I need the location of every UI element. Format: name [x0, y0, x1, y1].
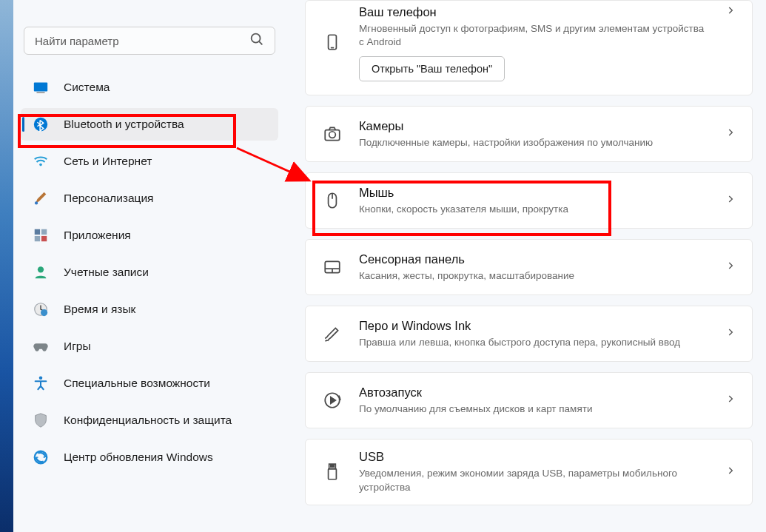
open-your-phone-button[interactable]: Открыть "Ваш телефон": [359, 56, 505, 81]
sidebar-item-label: Конфиденциальность и защита: [64, 414, 232, 427]
svg-line-1: [259, 41, 262, 44]
card-subtitle: Мгновенный доступ к фотографиям, SMS и д…: [359, 22, 709, 49]
sidebar-item-accessibility[interactable]: Специальные возможности: [21, 367, 278, 400]
search-input[interactable]: [24, 27, 275, 55]
sidebar-item-accounts[interactable]: Учетные записи: [21, 256, 278, 289]
svg-rect-8: [41, 229, 47, 235]
svg-point-6: [35, 201, 38, 204]
svg-rect-7: [35, 229, 40, 235]
svg-rect-30: [329, 469, 337, 479]
card-title: Перо и Windows Ink: [359, 319, 709, 333]
clock-globe-icon: [33, 301, 49, 317]
sidebar-item-personalization[interactable]: Персонализация: [21, 182, 278, 215]
svg-marker-26: [331, 397, 336, 404]
person-icon: [33, 264, 49, 280]
wifi-icon: [33, 153, 49, 169]
mouse-icon: [322, 190, 343, 211]
card-autoplay[interactable]: Автозапуск По умолчанию для съемных диск…: [305, 372, 753, 428]
svg-rect-2: [34, 83, 47, 92]
svg-point-14: [39, 376, 43, 380]
svg-point-0: [252, 34, 261, 43]
desktop-edge: [0, 0, 13, 532]
card-subtitle: По умолчанию для съемных дисков и карт п…: [359, 403, 709, 416]
sidebar-item-label: Специальные возможности: [64, 377, 210, 390]
usb-icon: [322, 462, 343, 482]
bluetooth-icon: [33, 116, 49, 132]
sidebar-item-label: Персонализация: [64, 192, 153, 205]
chevron-right-icon: [725, 127, 736, 141]
chevron-right-icon: [725, 394, 736, 407]
sidebar-item-label: Игры: [64, 340, 91, 353]
chevron-right-icon: [725, 194, 736, 207]
chevron-right-icon: [725, 5, 736, 18]
sidebar: Система Bluetooth и устройства Сеть и Ин…: [13, 0, 286, 532]
gamepad-icon: [33, 338, 49, 354]
svg-point-11: [38, 266, 44, 272]
card-subtitle: Уведомления, режим экономии заряда USB, …: [359, 467, 709, 494]
svg-rect-28: [331, 465, 332, 467]
sidebar-item-network[interactable]: Сеть и Интернет: [21, 145, 278, 178]
brush-icon: [33, 190, 49, 206]
card-title: Сенсорная панель: [359, 252, 709, 266]
chevron-right-icon: [725, 465, 736, 479]
svg-point-5: [39, 164, 42, 166]
svg-point-19: [329, 132, 336, 138]
sidebar-item-label: Сеть и Интернет: [64, 155, 152, 168]
main-content: Ваш телефон Мгновенный доступ к фотограф…: [286, 0, 766, 532]
search-container: [24, 27, 275, 55]
sidebar-item-label: Учетные записи: [64, 266, 149, 279]
card-title: USB: [359, 450, 709, 464]
card-subtitle: Правша или левша, кнопка быстрого доступ…: [359, 336, 709, 349]
sidebar-item-label: Время и язык: [64, 303, 135, 316]
accessibility-icon: [33, 375, 49, 391]
sidebar-item-update[interactable]: Центр обновления Windows: [21, 441, 278, 474]
chevron-right-icon: [725, 260, 736, 274]
card-subtitle: Подключенные камеры, настройки изображен…: [359, 136, 709, 149]
sidebar-item-label: Bluetooth и устройства: [64, 118, 184, 131]
svg-rect-29: [333, 465, 335, 467]
card-phone[interactable]: Ваш телефон Мгновенный доступ к фотограф…: [305, 0, 753, 95]
sidebar-item-time[interactable]: Время и язык: [21, 293, 278, 326]
sidebar-item-gaming[interactable]: Игры: [21, 330, 278, 363]
card-usb[interactable]: USB Уведомления, режим экономии заряда U…: [305, 439, 753, 505]
svg-rect-3: [37, 92, 45, 92]
card-cameras[interactable]: Камеры Подключенные камеры, настройки из…: [305, 106, 753, 162]
sidebar-item-label: Приложения: [64, 229, 131, 242]
card-subtitle: Касания, жесты, прокрутка, масштабирован…: [359, 269, 709, 283]
card-subtitle: Кнопки, скорость указателя мыши, прокрут…: [359, 203, 709, 216]
apps-icon: [33, 227, 49, 243]
phone-icon: [322, 32, 343, 53]
nav-list: Система Bluetooth и устройства Сеть и Ин…: [13, 71, 286, 474]
svg-rect-9: [35, 236, 40, 241]
pen-icon: [322, 323, 343, 344]
touchpad-icon: [322, 257, 343, 277]
card-title: Мышь: [359, 186, 709, 200]
autoplay-icon: [322, 390, 343, 411]
sidebar-item-apps[interactable]: Приложения: [21, 219, 278, 252]
card-title: Камеры: [359, 119, 709, 133]
system-icon: [33, 79, 49, 95]
svg-point-4: [34, 118, 47, 131]
card-touchpad[interactable]: Сенсорная панель Касания, жесты, прокрут…: [305, 239, 753, 295]
card-mouse[interactable]: Мышь Кнопки, скорость указателя мыши, пр…: [305, 172, 753, 229]
card-pen[interactable]: Перо и Windows Ink Правша или левша, кно…: [305, 306, 753, 362]
card-title: Ваш телефон: [359, 5, 709, 19]
sidebar-item-label: Центр обновления Windows: [64, 451, 213, 464]
card-title: Автозапуск: [359, 385, 709, 400]
sidebar-item-privacy[interactable]: Конфиденциальность и защита: [21, 404, 278, 437]
chevron-right-icon: [725, 327, 736, 340]
search-icon[interactable]: [249, 31, 265, 50]
svg-point-13: [41, 309, 47, 316]
shield-icon: [33, 412, 49, 428]
camera-icon: [322, 124, 343, 144]
svg-rect-10: [41, 236, 47, 241]
sidebar-item-label: Система: [64, 81, 110, 94]
update-icon: [33, 449, 49, 465]
sidebar-item-bluetooth[interactable]: Bluetooth и устройства: [21, 108, 278, 141]
sidebar-item-system[interactable]: Система: [21, 71, 278, 104]
